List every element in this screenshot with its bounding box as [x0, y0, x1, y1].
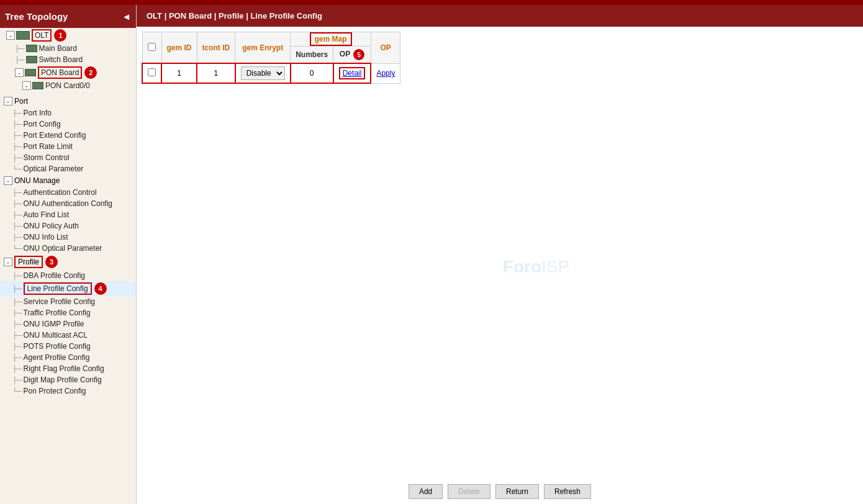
- tree-item-olt[interactable]: - OLT 1: [0, 28, 136, 43]
- nav-line-profile[interactable]: ├─ Line Profile Config 4: [0, 281, 136, 296]
- refresh-button[interactable]: Refresh: [544, 484, 591, 499]
- th-checkbox: [142, 32, 161, 64]
- toggle-ponboard[interactable]: -: [15, 68, 24, 77]
- nav-port-config[interactable]: ├─ Port Config: [0, 119, 136, 130]
- port-label: Port: [14, 97, 28, 106]
- mainboard-label: Main Board: [39, 44, 77, 53]
- nav-auth-control[interactable]: ├─ Authentication Control: [0, 187, 136, 198]
- ponboard-label: PON Board: [38, 66, 82, 79]
- profile-items: ├─ DBA Profile Config ├─ Line Profile Co…: [0, 270, 136, 397]
- olt-icon: [16, 31, 30, 40]
- sidebar: Tree Topology ◄ - OLT 1 ├─ Main Board ├─…: [0, 5, 137, 504]
- sidebar-nav: - OLT 1 ├─ Main Board ├─ Switch Board -: [0, 28, 136, 504]
- nav-onu-auth-config[interactable]: ├─ ONU Authentication Config: [0, 198, 136, 209]
- nav-digit-map[interactable]: ├─ Digit Map Profile Config: [0, 374, 136, 385]
- profile-section-header[interactable]: - Profile 3: [0, 254, 136, 270]
- tree-item-ponboard[interactable]: - PON Board 2: [0, 65, 136, 80]
- nav-onu-multicast[interactable]: ├─ ONU Multicast ACL: [0, 330, 136, 341]
- nav-pots-profile[interactable]: ├─ POTS Profile Config: [0, 341, 136, 352]
- poncard-icon: [32, 82, 43, 89]
- switchboard-icon: [26, 56, 37, 63]
- switchboard-label: Switch Board: [39, 55, 83, 64]
- badge-5: 5: [353, 49, 364, 60]
- olt-label: OLT: [32, 29, 52, 42]
- nav-traffic-profile[interactable]: ├─ Traffic Profile Config: [0, 307, 136, 318]
- nav-auto-find-list[interactable]: ├─ Auto Find List: [0, 209, 136, 220]
- nav-onu-igmp[interactable]: ├─ ONU IGMP Profile: [0, 318, 136, 330]
- nav-onu-info-list[interactable]: ├─ ONU Info List: [0, 232, 136, 243]
- row-checkbox: [142, 63, 161, 83]
- breadcrumb: OLT | PON Board | Profile | Line Profile…: [137, 5, 863, 27]
- row-gem-encrypt: Disable Enable: [235, 63, 291, 83]
- delete-button[interactable]: Delete: [448, 484, 490, 499]
- nav-pon-protect[interactable]: └─ Pon Protect Config: [0, 385, 136, 397]
- profile-toggle[interactable]: -: [4, 258, 12, 266]
- port-info-label: Port Info: [24, 109, 52, 117]
- nav-onu-policy-auth[interactable]: ├─ ONU Policy Auth: [0, 220, 136, 232]
- content-area: gem ID tcont ID gem Enrypt gem Map: [137, 27, 863, 504]
- sidebar-arrow[interactable]: ◄: [122, 11, 131, 22]
- profile-label: Profile: [14, 256, 43, 268]
- badge-4: 4: [94, 282, 107, 295]
- toggle-olt[interactable]: -: [6, 31, 15, 40]
- nav-service-profile[interactable]: ├─ Service Profile Config: [0, 296, 136, 307]
- onu-label: ONU Manage: [14, 176, 60, 185]
- badge-2: 2: [84, 66, 97, 79]
- row-select-checkbox[interactable]: [148, 68, 156, 76]
- nav-port-extend-config[interactable]: ├─ Port Extend Config: [0, 130, 136, 141]
- toggle-poncard[interactable]: -: [22, 81, 31, 90]
- port-extend-config-label: Port Extend Config: [24, 131, 86, 140]
- row-detail[interactable]: Detail: [333, 63, 371, 83]
- onu-items: ├─ Authentication Control ├─ ONU Authent…: [0, 187, 136, 254]
- add-button[interactable]: Add: [409, 484, 443, 499]
- optical-parameter-label: Optical Parameter: [24, 164, 84, 173]
- nav-port-info[interactable]: ├─ Port Info: [0, 107, 136, 119]
- poncard-label: PON Card0/0: [45, 81, 90, 90]
- row-numbers: 0: [291, 63, 333, 83]
- main-table: gem ID tcont ID gem Enrypt gem Map: [142, 32, 400, 84]
- return-button[interactable]: Return: [495, 484, 539, 499]
- detail-link[interactable]: Detail: [339, 67, 366, 79]
- gem-encrypt-select[interactable]: Disable Enable: [241, 66, 285, 80]
- onu-toggle[interactable]: -: [4, 176, 12, 185]
- table-container: gem ID tcont ID gem Enrypt gem Map: [142, 32, 858, 477]
- gemmap-header-label: gem Map: [310, 32, 352, 46]
- port-rate-limit-label: Port Rate Limit: [24, 142, 73, 151]
- tree-item-switchboard[interactable]: ├─ Switch Board: [0, 54, 136, 65]
- tree-item-poncard[interactable]: - PON Card0/0: [0, 80, 136, 91]
- th-gem-map-op: OP 5: [333, 47, 371, 64]
- port-section-header[interactable]: - Port: [0, 95, 136, 107]
- row-gem-id: 1: [161, 63, 197, 83]
- th-tcont-id: tcont ID: [197, 32, 235, 64]
- right-content: ForoISP gem ID tcont ID: [137, 27, 863, 504]
- top-bar: [0, 0, 863, 5]
- port-config-label: Port Config: [24, 120, 61, 128]
- nav-storm-control[interactable]: ├─ Storm Control: [0, 152, 136, 163]
- sidebar-header: Tree Topology ◄: [0, 5, 136, 28]
- table-row: 1 1 Disable Enable: [142, 63, 400, 83]
- port-items: ├─ Port Info ├─ Port Config ├─ Port Exte…: [0, 107, 136, 174]
- th-gem-id: gem ID: [161, 32, 197, 64]
- badge-3: 3: [45, 256, 58, 268]
- row-tcont-id: 1: [197, 63, 235, 83]
- tree-item-mainboard[interactable]: ├─ Main Board: [0, 43, 136, 54]
- nav-right-flag[interactable]: ├─ Right Flag Profile Config: [0, 363, 136, 374]
- th-gem-encrypt: gem Enrypt: [235, 32, 291, 64]
- select-all-checkbox[interactable]: [148, 43, 156, 51]
- nav-optical-parameter[interactable]: └─ Optical Parameter: [0, 163, 136, 174]
- ponboard-icon: [25, 69, 36, 76]
- mainboard-icon: [26, 45, 37, 52]
- button-row: Add Delete Return Refresh: [142, 484, 858, 499]
- right-panel: OLT | PON Board | Profile | Line Profile…: [137, 5, 863, 504]
- nav-port-rate-limit[interactable]: ├─ Port Rate Limit: [0, 141, 136, 152]
- badge-1: 1: [54, 29, 66, 42]
- onu-section-header[interactable]: - ONU Manage: [0, 174, 136, 187]
- port-toggle[interactable]: -: [4, 97, 12, 106]
- nav-dba-profile[interactable]: ├─ DBA Profile Config: [0, 270, 136, 281]
- th-op: OP: [371, 32, 400, 64]
- nav-agent-profile[interactable]: ├─ Agent Profile Config: [0, 352, 136, 363]
- row-apply[interactable]: Apply: [371, 63, 400, 83]
- apply-link[interactable]: Apply: [376, 69, 395, 78]
- storm-control-label: Storm Control: [24, 153, 70, 162]
- nav-onu-optical-param[interactable]: └─ ONU Optical Parameter: [0, 243, 136, 254]
